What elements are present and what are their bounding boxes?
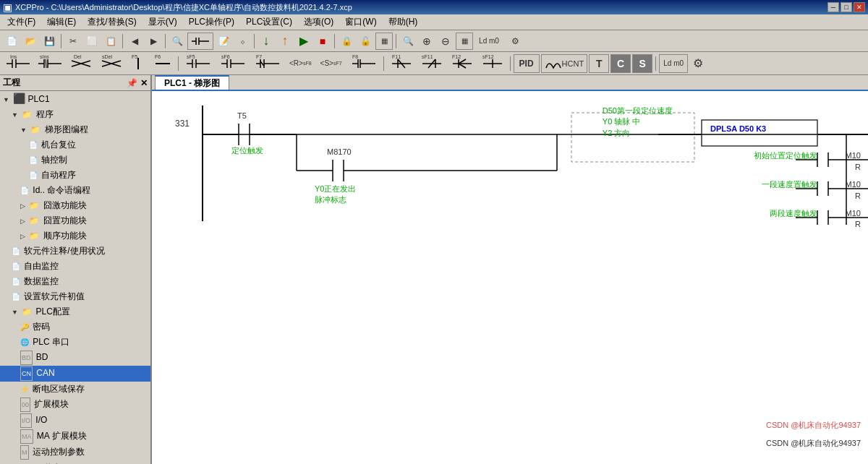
ld-m0-button[interactable]: Ld m0 xyxy=(659,54,688,73)
run-button[interactable]: ▶ xyxy=(295,33,312,50)
pid-button[interactable]: PID xyxy=(514,54,540,73)
file-icon: 📄 xyxy=(12,245,20,258)
download-button[interactable]: ↓ xyxy=(258,33,275,50)
open-button[interactable]: 📂 xyxy=(22,33,39,50)
lock-button[interactable]: 🔒 xyxy=(338,33,355,50)
sf5-symbol[interactable]: sF5 xyxy=(182,54,215,73)
panel-pin[interactable]: 📌 xyxy=(127,78,137,88)
tree-plc1[interactable]: ▼ ⬛ PLC1 xyxy=(0,91,150,107)
zoom-in-button[interactable]: ⊕ xyxy=(418,33,435,50)
maximize-button[interactable]: □ xyxy=(841,2,852,12)
sf8-symbol[interactable]: <R>sF8 xyxy=(286,54,315,73)
tree-plc-serial[interactable]: 🌐 PLC 串口 xyxy=(0,335,150,350)
folder-icon: 📁 xyxy=(29,214,39,227)
tree-plc-config[interactable]: ▼ 📁 PLC配置 xyxy=(0,304,150,319)
ladder-area[interactable]: 331 xyxy=(152,91,868,464)
f7-symbol[interactable]: F7 xyxy=(251,54,284,73)
f8-symbol[interactable]: F8 xyxy=(347,54,380,73)
tree-can[interactable]: CN CAN xyxy=(0,366,150,382)
instr-button[interactable]: 📝 xyxy=(215,33,232,50)
extra-sym-button[interactable]: ⚙ xyxy=(689,54,707,73)
upload-button[interactable]: ↑ xyxy=(276,33,294,50)
s-button[interactable]: S xyxy=(632,54,652,73)
unlock-button[interactable]: 🔓 xyxy=(357,33,374,50)
menu-view[interactable]: 显示(V) xyxy=(142,14,183,30)
tree-password[interactable]: 🔑 密码 xyxy=(0,319,150,335)
grid-button[interactable]: ▦ xyxy=(456,33,473,50)
tree-data-monitor[interactable]: 📄 数据监控 xyxy=(0,274,150,289)
menu-file[interactable]: 文件(F) xyxy=(1,14,41,30)
search-button[interactable]: 🔍 xyxy=(169,33,186,50)
ins-contact[interactable]: Ins xyxy=(3,54,33,73)
tree-machine-reset[interactable]: 📄 机台复位 xyxy=(0,137,150,152)
sins-contact[interactable]: sIns xyxy=(35,54,65,73)
tree-axis-ctrl[interactable]: 📄 轴控制 xyxy=(0,152,150,168)
tree-func-block1[interactable]: ▷ 📁 囧激功能块 xyxy=(0,198,150,213)
tree-free-monitor[interactable]: 📄 自由监控 xyxy=(0,259,150,274)
tree-plc-info[interactable]: ▼ 📁 PLC信息 xyxy=(0,460,150,464)
svg-text:Ins: Ins xyxy=(10,55,17,59)
menu-edit[interactable]: 编辑(E) xyxy=(41,14,82,30)
file-icon: 📄 xyxy=(20,184,29,197)
panel-close[interactable]: ✕ xyxy=(140,78,148,88)
zoom-fit-button[interactable]: 🔍 xyxy=(399,33,417,50)
file-icon: 📄 xyxy=(12,260,20,273)
menu-plc-op[interactable]: PLC操作(P) xyxy=(183,14,240,30)
f5-vline[interactable]: F5 xyxy=(127,54,149,73)
new-button[interactable]: 📄 xyxy=(3,33,20,50)
close-button[interactable]: ✕ xyxy=(854,2,865,12)
t-button[interactable]: T xyxy=(589,54,609,73)
tree-ladder-prog[interactable]: ▼ 📁 梯形图编程 xyxy=(0,122,150,137)
tree-bd[interactable]: BD BD xyxy=(0,350,150,366)
tree-power-save[interactable]: ⚡ 断电区域保存 xyxy=(0,382,150,397)
password-label: 密码 xyxy=(33,320,50,333)
paste-button[interactable]: 📋 xyxy=(102,33,119,50)
tree-motion-ctrl[interactable]: M 运动控制参数 xyxy=(0,444,150,460)
tree-io[interactable]: I/O I/O xyxy=(0,413,150,429)
sf12-symbol[interactable]: sF12 xyxy=(478,54,507,73)
tab-plc1-ladder[interactable]: PLC1 - 梯形图 xyxy=(155,75,229,90)
copy-button[interactable]: ⬜ xyxy=(83,33,101,50)
forward-button[interactable]: ▶ xyxy=(145,33,162,50)
del-icon: Del xyxy=(70,55,92,72)
menu-plc-set[interactable]: PLC设置(C) xyxy=(240,14,298,30)
file-icon: CN xyxy=(20,366,33,381)
tree-auto-prog[interactable]: 📄 自动程序 xyxy=(0,168,150,183)
sfc-button[interactable]: ⬦ xyxy=(234,33,251,50)
extra-button[interactable]: ⚙ xyxy=(505,33,525,50)
titlebar-controls: ─ □ ✕ xyxy=(827,2,865,12)
c-button[interactable]: C xyxy=(610,54,631,73)
tree-init-value[interactable]: 📄 设置软元件初值 xyxy=(0,289,150,304)
back-button[interactable]: ◀ xyxy=(126,33,143,50)
tree-seq-block[interactable]: ▷ 📁 顺序功能块 xyxy=(0,228,150,244)
tree-ma-ext[interactable]: MA MA 扩展模块 xyxy=(0,429,150,444)
svg-text:M8170: M8170 xyxy=(327,147,352,156)
sf11-symbol[interactable]: sF11 xyxy=(417,54,446,73)
menu-search[interactable]: 查找/替换(S) xyxy=(82,14,142,30)
f12-symbol[interactable]: F12 xyxy=(448,54,477,73)
f11-symbol[interactable]: F11 xyxy=(387,54,416,73)
tree-soft-comment[interactable]: 📄 软元件注释/使用状况 xyxy=(0,244,150,259)
tree-program[interactable]: ▼ 📁 程序 xyxy=(0,107,150,122)
stop-button[interactable]: ■ xyxy=(314,33,331,50)
hcnt-button[interactable]: HCNT xyxy=(541,54,588,73)
cut-button[interactable]: ✂ xyxy=(64,33,82,50)
f6-hline[interactable]: F6 xyxy=(150,54,175,73)
tree-ext-module[interactable]: 00 扩展模块 xyxy=(0,397,150,413)
menu-window[interactable]: 窗口(W) xyxy=(339,14,382,30)
save-button[interactable]: 💾 xyxy=(41,33,58,50)
svg-line-12 xyxy=(46,59,46,68)
ladder-button[interactable] xyxy=(187,33,213,50)
zoom-out-button[interactable]: ⊖ xyxy=(437,33,454,50)
tree-func-block2[interactable]: ▷ 📁 囧置功能块 xyxy=(0,213,150,228)
minimize-button[interactable]: ─ xyxy=(827,2,839,12)
del-symbol[interactable]: Del xyxy=(67,54,95,73)
keypad-button[interactable]: ▦ xyxy=(375,33,393,50)
menu-options[interactable]: 选项(O) xyxy=(298,14,339,30)
sf6-symbol[interactable]: sF6 xyxy=(216,54,250,73)
sdel-symbol[interactable]: sDel xyxy=(97,54,126,73)
sf7-symbol[interactable]: <S>sF7 xyxy=(317,54,346,73)
tree-cmd-prog[interactable]: 📄 Id.. 命令语编程 xyxy=(0,183,150,198)
menu-help[interactable]: 帮助(H) xyxy=(383,14,424,30)
ext-module-label: 扩展模块 xyxy=(34,398,69,411)
